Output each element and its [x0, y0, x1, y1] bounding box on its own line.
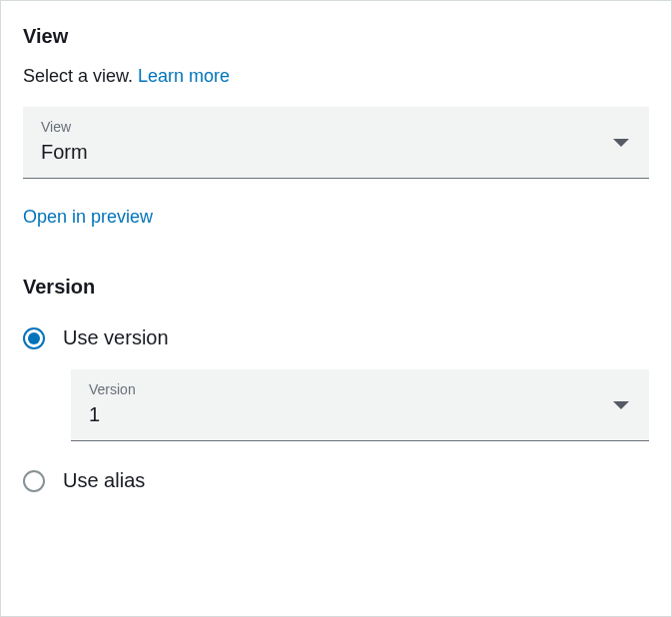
- chevron-down-icon: [613, 396, 629, 414]
- version-select-label: Version: [89, 381, 631, 397]
- version-select-value: 1: [89, 403, 631, 426]
- use-alias-option[interactable]: Use alias: [23, 469, 649, 492]
- view-select-label: View: [41, 119, 631, 135]
- view-subtitle: Select a view. Learn more: [23, 66, 649, 87]
- use-alias-radio[interactable]: [23, 470, 45, 492]
- version-section: Version Use version Version 1 Use alias: [23, 276, 649, 492]
- version-number-wrapper: Version 1: [71, 369, 649, 441]
- chevron-down-icon: [613, 134, 629, 152]
- view-title: View: [23, 25, 649, 48]
- view-select[interactable]: View Form: [23, 107, 649, 179]
- use-alias-label: Use alias: [63, 469, 145, 492]
- svg-marker-0: [613, 139, 629, 147]
- open-in-preview-link[interactable]: Open in preview: [23, 207, 153, 228]
- version-select[interactable]: Version 1: [71, 369, 649, 441]
- use-version-radio[interactable]: [23, 327, 45, 349]
- svg-marker-1: [613, 401, 629, 409]
- use-version-label: Use version: [63, 326, 169, 349]
- view-section: View Select a view. Learn more View Form…: [23, 25, 649, 228]
- view-subtitle-text: Select a view.: [23, 66, 138, 86]
- use-version-option[interactable]: Use version: [23, 326, 649, 349]
- learn-more-link[interactable]: Learn more: [138, 66, 230, 86]
- version-title: Version: [23, 276, 649, 299]
- view-select-value: Form: [41, 141, 631, 164]
- panel: View Select a view. Learn more View Form…: [0, 0, 672, 617]
- version-options: Use version Version 1 Use alias: [23, 326, 649, 492]
